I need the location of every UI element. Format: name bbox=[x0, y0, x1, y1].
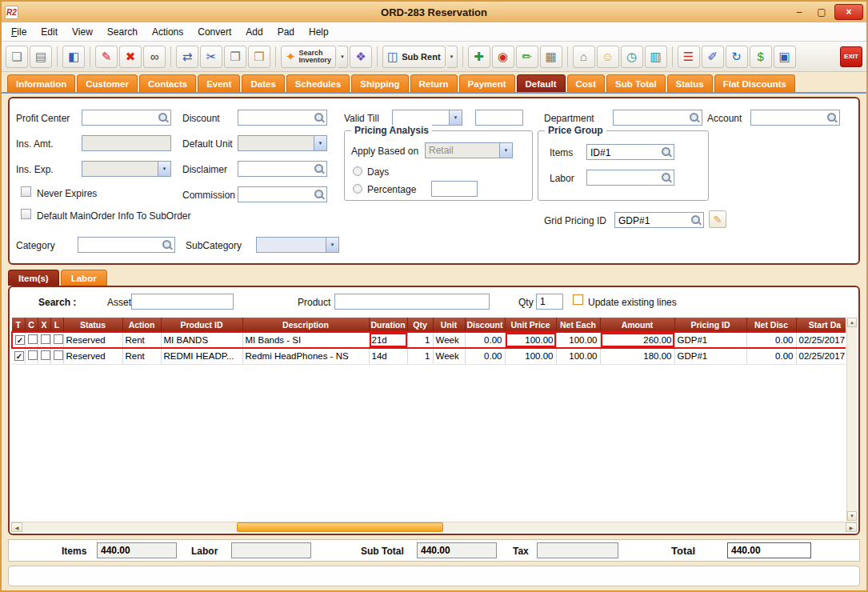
percentage-input[interactable] bbox=[432, 182, 477, 197]
menu-view[interactable]: View bbox=[72, 26, 93, 38]
col-header-l[interactable]: L bbox=[50, 318, 63, 332]
cell-pricing-id[interactable]: GDP#1 bbox=[674, 332, 746, 348]
row-checkbox-t[interactable]: ✓ bbox=[15, 335, 25, 345]
paste-button[interactable]: ❒ bbox=[248, 46, 270, 68]
cell-net-each[interactable]: 100.00 bbox=[556, 348, 600, 364]
lookup-icon[interactable] bbox=[158, 112, 169, 123]
cell-amount[interactable]: 180.00 bbox=[600, 348, 674, 364]
copy-button[interactable]: ❐ bbox=[224, 46, 246, 68]
tab-default[interactable]: Default bbox=[517, 74, 566, 92]
tab-items[interactable]: Item(s) bbox=[8, 270, 59, 286]
col-header-pricing-id[interactable]: Pricing ID bbox=[674, 318, 746, 332]
cell-qty[interactable]: 1 bbox=[407, 332, 433, 348]
scroll-down-icon[interactable]: ▼ bbox=[847, 511, 857, 521]
col-header-description[interactable]: Description bbox=[242, 318, 369, 332]
lookup-icon[interactable] bbox=[661, 146, 672, 158]
row-checkbox-t[interactable]: ✓ bbox=[14, 351, 24, 361]
scrollbar-thumb[interactable] bbox=[237, 522, 443, 532]
books-button[interactable]: ☰ bbox=[678, 46, 700, 68]
convert-button[interactable]: ⇄ bbox=[176, 46, 198, 68]
lookup-icon[interactable] bbox=[689, 112, 700, 123]
cell-pricing-id[interactable]: GDP#1 bbox=[674, 348, 746, 364]
currency-refresh-button[interactable]: ↻ bbox=[726, 46, 748, 68]
lookup-icon[interactable] bbox=[690, 214, 702, 226]
valid-till-extra-input[interactable] bbox=[476, 111, 522, 126]
col-header-x[interactable]: X bbox=[38, 318, 50, 332]
cell-action[interactable]: Rent bbox=[122, 348, 161, 364]
tab-customer[interactable]: Customer bbox=[77, 74, 138, 92]
cell-status[interactable]: Reserved bbox=[63, 348, 122, 364]
smiley-button[interactable]: ☺ bbox=[597, 46, 619, 68]
tab-event[interactable]: Event bbox=[198, 74, 240, 92]
tab-flat-discounts[interactable]: Flat Discounts bbox=[714, 74, 795, 92]
find-button[interactable]: ∞ bbox=[143, 46, 166, 68]
menu-actions[interactable]: Actions bbox=[152, 26, 183, 38]
product-search-input[interactable] bbox=[334, 294, 490, 310]
colors-button[interactable]: ❖ bbox=[350, 46, 372, 68]
cell-unit[interactable]: Week bbox=[433, 348, 465, 364]
clock-button[interactable]: ◷ bbox=[621, 46, 643, 68]
valid-till-combo[interactable]: ▼ bbox=[392, 110, 462, 126]
close-button[interactable]: × bbox=[834, 4, 863, 20]
cell-unit[interactable]: Week bbox=[433, 332, 465, 348]
cut-button[interactable]: ✂ bbox=[200, 46, 222, 68]
cell-duration[interactable]: 14d bbox=[369, 348, 407, 364]
menu-edit[interactable]: Edit bbox=[41, 26, 58, 38]
notes-button[interactable]: ✐ bbox=[702, 46, 724, 68]
search-inventory-dropdown[interactable]: ▼ bbox=[338, 46, 348, 68]
default-mainorder-checkbox[interactable] bbox=[21, 209, 31, 219]
cell-discount[interactable]: 0.00 bbox=[465, 332, 505, 348]
tab-payment[interactable]: Payment bbox=[459, 74, 515, 92]
col-header-discount[interactable]: Discount bbox=[465, 318, 505, 332]
add-line-button[interactable]: ✚ bbox=[468, 46, 490, 68]
cell-unit-price[interactable]: 100.00 bbox=[505, 348, 556, 364]
col-header-duration[interactable]: Duration bbox=[369, 318, 407, 332]
grid-button[interactable]: ▦ bbox=[540, 46, 562, 68]
sub-rent-button[interactable]: ◫ Sub Rent bbox=[382, 46, 445, 68]
update-existing-lines-checkbox[interactable] bbox=[573, 294, 583, 305]
group-button[interactable]: ◉ bbox=[492, 46, 514, 68]
search-inventory-button[interactable]: ✦ SearchInventory bbox=[281, 46, 336, 68]
grid-pricing-edit-button[interactable]: ✎ bbox=[709, 210, 726, 228]
row-checkbox-l[interactable] bbox=[54, 334, 63, 344]
cell-net-disc[interactable]: 0.00 bbox=[746, 332, 796, 348]
cell-unit-price[interactable]: 100.00 bbox=[505, 332, 556, 348]
category-input[interactable] bbox=[78, 238, 174, 253]
col-header-qty[interactable]: Qty bbox=[407, 318, 433, 332]
never-expires-checkbox[interactable] bbox=[21, 186, 31, 197]
asset-search-input[interactable] bbox=[131, 294, 234, 310]
row-checkbox-c[interactable] bbox=[28, 334, 38, 344]
new-button[interactable]: ❏ bbox=[6, 46, 28, 68]
tab-dates[interactable]: Dates bbox=[242, 74, 284, 92]
subcategory-combo[interactable]: ▼ bbox=[256, 237, 339, 253]
cell-duration[interactable]: 21d bbox=[369, 332, 407, 348]
qty-input[interactable] bbox=[536, 294, 563, 310]
chevron-down-icon[interactable]: ▼ bbox=[326, 238, 338, 252]
col-header-t[interactable]: T bbox=[12, 318, 25, 332]
scroll-right-icon[interactable]: ▶ bbox=[846, 522, 857, 532]
tab-information[interactable]: Information bbox=[7, 74, 75, 92]
cell-discount[interactable]: 0.00 bbox=[465, 348, 505, 364]
cell-start-date[interactable]: 02/25/2017 0 bbox=[796, 348, 846, 364]
col-header-start-date[interactable]: Start Da bbox=[796, 318, 846, 332]
row-checkbox-x[interactable] bbox=[41, 350, 50, 360]
cell-description[interactable]: Redmi HeadPhones - NS bbox=[242, 348, 369, 364]
row-checkbox-l[interactable] bbox=[54, 350, 63, 360]
cell-qty[interactable]: 1 bbox=[407, 348, 433, 364]
tab-schedules[interactable]: Schedules bbox=[286, 74, 350, 92]
cell-net-each[interactable]: 100.00 bbox=[556, 332, 600, 348]
lookup-icon[interactable] bbox=[314, 163, 325, 174]
col-header-product-id[interactable]: Product ID bbox=[161, 318, 242, 332]
col-header-net-each[interactable]: Net Each bbox=[556, 318, 600, 332]
col-header-c[interactable]: C bbox=[25, 318, 38, 332]
menu-pad[interactable]: Pad bbox=[278, 26, 294, 38]
lookup-icon[interactable] bbox=[826, 112, 838, 123]
cell-product-id[interactable]: REDMI HEADP... bbox=[161, 348, 242, 364]
col-header-unit[interactable]: Unit bbox=[433, 318, 465, 332]
address-book-button[interactable]: ▥ bbox=[645, 46, 667, 68]
menu-convert[interactable]: Convert bbox=[198, 26, 231, 38]
tab-return[interactable]: Return bbox=[410, 74, 458, 92]
save-button[interactable]: ◧ bbox=[62, 46, 85, 68]
col-header-status[interactable]: Status bbox=[63, 318, 122, 332]
menu-search[interactable]: Search bbox=[107, 26, 138, 38]
